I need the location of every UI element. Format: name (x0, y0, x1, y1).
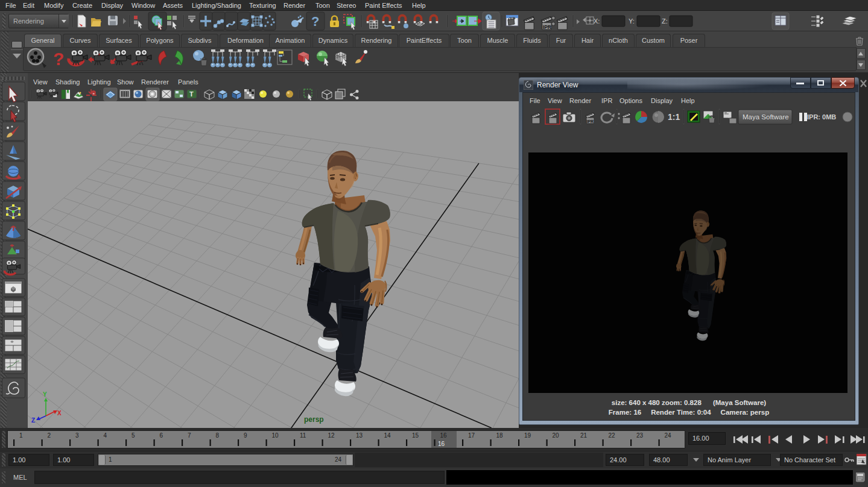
svg-text:Z: Z (31, 417, 35, 424)
svg-text:2: 2 (48, 432, 51, 439)
svg-text:persp: persp (304, 415, 324, 424)
svg-text:Y: Y (43, 391, 47, 398)
svg-text:6: 6 (160, 432, 163, 439)
svg-text:?: ? (53, 49, 64, 69)
svg-text:24: 24 (665, 432, 672, 439)
svg-text:3: 3 (75, 432, 79, 439)
svg-text:Maya Software: Maya Software (743, 113, 789, 121)
svg-text:7: 7 (188, 432, 191, 439)
svg-text:21: 21 (580, 432, 588, 439)
svg-text:14: 14 (384, 432, 391, 439)
svg-text:18: 18 (496, 432, 504, 439)
svg-text:4: 4 (104, 432, 107, 439)
svg-text:13: 13 (356, 432, 363, 439)
svg-text:X:: X: (594, 17, 600, 25)
svg-text:?: ? (311, 14, 319, 29)
svg-text:5: 5 (131, 432, 135, 439)
svg-text:20: 20 (553, 432, 560, 439)
svg-text:16: 16 (440, 432, 448, 439)
svg-text:10: 10 (272, 432, 279, 439)
svg-text:17: 17 (468, 432, 475, 439)
svg-text:1:1: 1:1 (668, 112, 680, 122)
svg-text:IPR: 0MB: IPR: 0MB (807, 113, 836, 121)
svg-text:X: X (57, 410, 62, 416)
svg-text:22: 22 (609, 432, 616, 439)
svg-text:1: 1 (19, 432, 23, 439)
svg-text:15: 15 (412, 432, 419, 439)
svg-text:+: + (93, 92, 95, 95)
svg-text:IPR: IPR (587, 119, 594, 124)
svg-text:9: 9 (244, 432, 247, 439)
svg-text:16: 16 (438, 441, 445, 447)
svg-text:12: 12 (328, 432, 335, 439)
svg-text:23: 23 (636, 432, 644, 439)
svg-text:Y:: Y: (629, 17, 635, 25)
svg-text:19: 19 (524, 432, 531, 439)
svg-text:11: 11 (300, 432, 306, 439)
svg-text:IPR: IPR (543, 24, 551, 30)
svg-text:8: 8 (216, 432, 220, 439)
svg-text:Z:: Z: (662, 17, 668, 25)
svg-text:T: T (189, 90, 194, 98)
